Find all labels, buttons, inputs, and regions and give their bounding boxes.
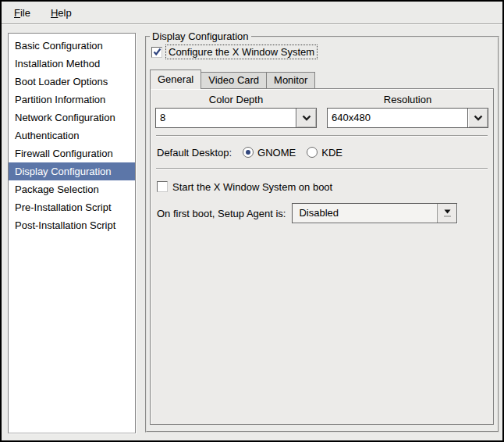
sidebar-item-package-selection[interactable]: Package Selection xyxy=(9,180,135,198)
sidebar-item-display-configuration[interactable]: Display Configuration xyxy=(9,162,135,180)
color-depth-dropdown-button[interactable] xyxy=(296,109,316,127)
separator xyxy=(156,135,488,137)
setup-agent-value: Disabled xyxy=(293,204,437,223)
setup-agent-dropdown-button[interactable] xyxy=(437,204,456,223)
sidebar-item-partition-information[interactable]: Partition Information xyxy=(9,91,135,109)
chevron-down-icon xyxy=(474,115,483,121)
menu-help-rest: elp xyxy=(58,7,71,19)
kickstart-configurator-window: File Help Basic Configuration Installati… xyxy=(0,0,504,442)
color-depth-value[interactable]: 8 xyxy=(156,109,296,127)
tab-monitor[interactable]: Monitor xyxy=(266,72,315,88)
kde-radio-label: KDE xyxy=(321,147,343,159)
tab-video-card[interactable]: Video Card xyxy=(201,72,267,88)
menu-help-accel: H xyxy=(51,7,58,19)
sidebar-item-firewall-configuration[interactable]: Firewall Configuration xyxy=(9,144,135,162)
sidebar-item-basic-configuration[interactable]: Basic Configuration xyxy=(9,37,135,55)
display-configuration-frame: Display Configuration Configure the X Wi… xyxy=(145,36,499,433)
start-x-checkbox[interactable] xyxy=(157,181,168,192)
combo-row: Color Depth 8 Resolution xyxy=(155,94,488,128)
resolution-combobox[interactable]: 640x480 xyxy=(327,108,488,128)
setup-agent-label: On first boot, Setup Agent is: xyxy=(157,208,286,219)
configure-x-row: Configure the X Window System xyxy=(151,45,317,59)
sidebar-item-boot-loader-options[interactable]: Boot Loader Options xyxy=(9,73,135,91)
start-x-row: Start the X Window System on boot xyxy=(157,179,488,194)
menu-file[interactable]: File xyxy=(9,5,35,21)
menu-file-rest: ile xyxy=(20,7,30,19)
menubar-separator xyxy=(2,23,502,25)
menu-help[interactable]: Help xyxy=(46,5,76,21)
configure-x-label[interactable]: Configure the X Window System xyxy=(166,45,317,59)
sidebar-item-network-configuration[interactable]: Network Configuration xyxy=(9,109,135,127)
gnome-radio[interactable] xyxy=(243,147,254,158)
color-depth-group: Color Depth 8 xyxy=(155,94,317,128)
start-x-label[interactable]: Start the X Window System on boot xyxy=(172,181,332,193)
configure-x-checkbox[interactable] xyxy=(151,47,162,58)
kde-radio[interactable] xyxy=(307,147,318,158)
color-depth-label: Color Depth xyxy=(155,94,317,105)
color-depth-combobox[interactable]: 8 xyxy=(155,108,317,128)
radio-option-gnome[interactable]: GNOME xyxy=(243,147,296,159)
resolution-value[interactable]: 640x480 xyxy=(328,109,467,127)
sidebar-item-authentication[interactable]: Authentication xyxy=(9,127,135,144)
separator xyxy=(156,168,488,169)
tab-general[interactable]: General xyxy=(150,70,201,89)
general-tab-page: Color Depth 8 Resolution xyxy=(150,88,494,425)
sidebar-item-installation-method[interactable]: Installation Method xyxy=(9,55,135,73)
sidebar-item-post-installation-script[interactable]: Post-Installation Script xyxy=(9,216,135,234)
section-list: Basic Configuration Installation Method … xyxy=(8,33,136,433)
default-desktop-label: Default Desktop: xyxy=(157,147,232,159)
arrow-down-icon xyxy=(444,209,451,214)
resolution-group: Resolution 640x480 xyxy=(327,94,488,128)
sidebar-item-pre-installation-script[interactable]: Pre-Installation Script xyxy=(9,198,135,216)
gnome-radio-label: GNOME xyxy=(257,147,296,159)
display-notebook: General Video Card Monitor Color Depth 8 xyxy=(150,69,494,425)
frame-title: Display Configuration xyxy=(150,30,251,42)
setup-agent-dropdown[interactable]: Disabled xyxy=(292,203,457,223)
radio-option-kde[interactable]: KDE xyxy=(307,147,343,159)
default-desktop-row: Default Desktop: GNOME KDE xyxy=(155,144,488,161)
optionmenu-dash xyxy=(444,216,451,217)
tab-bar: General Video Card Monitor xyxy=(150,69,494,88)
setup-agent-row: On first boot, Setup Agent is: Disabled xyxy=(157,203,488,223)
menubar: File Help xyxy=(2,2,502,23)
resolution-label: Resolution xyxy=(327,94,488,105)
check-icon xyxy=(153,48,161,56)
chevron-down-icon xyxy=(302,115,311,121)
menu-file-accel: F xyxy=(14,7,20,19)
resolution-dropdown-button[interactable] xyxy=(467,109,488,127)
